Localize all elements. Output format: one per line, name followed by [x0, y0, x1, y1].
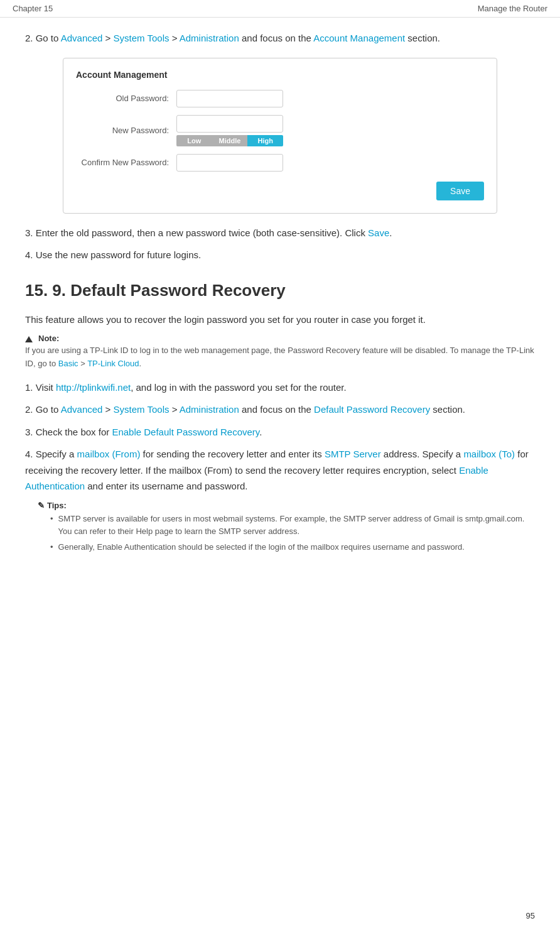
account-management-box: Account Management Old Password: New Pas…: [63, 58, 497, 214]
link-advanced-recovery[interactable]: Advanced: [61, 404, 103, 415]
page-number: 95: [526, 911, 535, 920]
section-desc: This feature allows you to recover the l…: [25, 312, 535, 328]
link-mailbox-to[interactable]: mailbox (To): [463, 449, 515, 459]
section-heading: 15. 9. Default Password Recovery: [25, 281, 535, 303]
link-administration[interactable]: Administration: [180, 33, 239, 43]
new-password-label: New Password:: [76, 126, 176, 135]
link-mailbox-from[interactable]: mailbox (From): [77, 449, 141, 459]
section-label: Manage the Router: [478, 4, 547, 13]
tip-item-2: Generally, Enable Authentication should …: [50, 541, 535, 554]
note-text: If you are using a TP-Link ID to log in …: [25, 344, 535, 371]
save-row: Save: [76, 182, 484, 200]
link-smtp-server[interactable]: SMTP Server: [325, 449, 381, 459]
tips-label: ✎ Tips:: [38, 501, 535, 510]
new-password-col: Low Middle High: [176, 115, 283, 146]
confirm-password-label: Confirm New Password:: [76, 158, 176, 167]
note-icon: [25, 336, 33, 342]
old-password-input[interactable]: [176, 90, 283, 107]
link-administration-recovery[interactable]: Administration: [180, 404, 239, 415]
save-button[interactable]: Save: [436, 182, 484, 200]
confirm-password-input[interactable]: [176, 154, 283, 172]
link-enable-default-pw[interactable]: Enable Default Password Recovery: [112, 427, 259, 437]
step4-text: 4. Use the new password for future login…: [25, 247, 535, 263]
link-tplink-cloud[interactable]: TP-Link Cloud: [87, 359, 139, 368]
step2-recovery-text: 2. Go to Advanced > System Tools > Admin…: [25, 401, 535, 418]
link-account-management[interactable]: Account Management: [313, 33, 405, 43]
note-block: Note: If you are using a TP-Link ID to l…: [25, 334, 535, 371]
link-tplinkwifi[interactable]: http://tplinkwifi.net: [56, 382, 131, 393]
link-system-tools-recovery[interactable]: System Tools: [114, 404, 170, 415]
old-password-label: Old Password:: [76, 94, 176, 103]
strength-high: High: [247, 135, 283, 146]
link-basic[interactable]: Basic: [58, 359, 78, 368]
pencil-icon: ✎: [38, 501, 45, 510]
strength-low: Low: [176, 135, 212, 146]
strength-mid: Middle: [212, 135, 248, 146]
account-mgmt-title: Account Management: [76, 70, 484, 80]
link-default-pw-recovery[interactable]: Default Password Recovery: [314, 404, 430, 415]
new-password-input[interactable]: [176, 115, 283, 133]
old-password-row: Old Password:: [76, 90, 484, 107]
tips-list: SMTP server is available for users in mo…: [38, 513, 535, 554]
strength-bar: Low Middle High: [176, 135, 283, 146]
step1-recovery-text: 1. Visit http://tplinkwifi.net, and log …: [25, 379, 535, 396]
link-save[interactable]: Save: [368, 227, 389, 238]
step4-recovery-text: 4. Specify a mailbox (From) for sending …: [25, 446, 535, 494]
header: Chapter 15 Manage the Router: [0, 0, 560, 18]
chapter-label: Chapter 15: [13, 4, 53, 13]
link-system-tools[interactable]: System Tools: [114, 33, 170, 43]
note-label: Note:: [25, 334, 535, 343]
confirm-password-row: Confirm New Password:: [76, 154, 484, 172]
step2-text: 2. Go to Advanced > System Tools > Admin…: [25, 30, 535, 46]
tip-item-1: SMTP server is available for users in mo…: [50, 513, 535, 539]
step3-recovery-text: 3. Check the box for Enable Default Pass…: [25, 424, 535, 440]
tips-block: ✎ Tips: SMTP server is available for use…: [38, 501, 535, 554]
link-advanced[interactable]: Advanced: [61, 33, 103, 43]
new-password-row: New Password: Low Middle High: [76, 115, 484, 146]
step3-text: 3. Enter the old password, then a new pa…: [25, 225, 535, 241]
